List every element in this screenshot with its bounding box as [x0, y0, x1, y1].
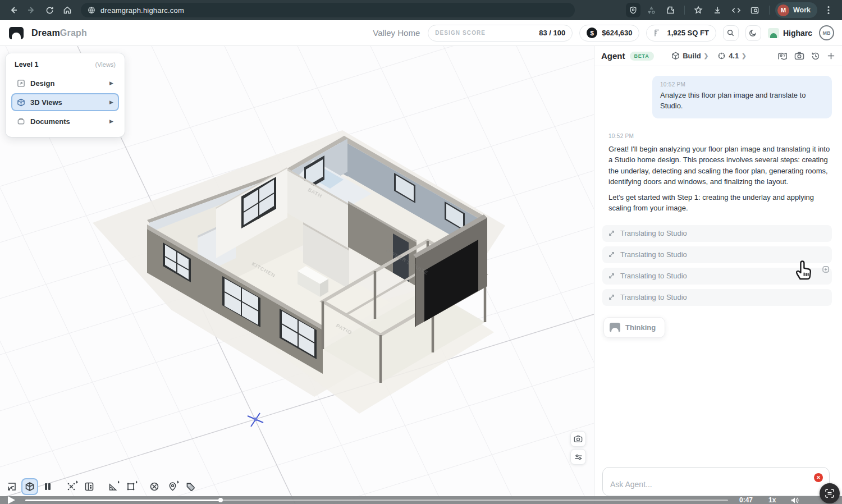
row-expand-icon[interactable]: [822, 265, 830, 273]
seek-progress: [25, 500, 221, 501]
sidebar-item-3d-views[interactable]: 3D Views ▶: [11, 93, 119, 111]
translate-icon: [608, 272, 615, 280]
dreamgraph-logo-icon: [9, 27, 24, 39]
tag-tool[interactable]: [182, 478, 199, 495]
plan-view-tool[interactable]: [3, 478, 20, 495]
extension-dim-icon[interactable]: [644, 2, 660, 18]
translate-icon: [608, 251, 615, 258]
browser-chrome: dreamgraph.higharc.com M Work: [0, 0, 842, 20]
devtools-code-icon[interactable]: [729, 2, 744, 18]
url-bar[interactable]: dreamgraph.higharc.com: [81, 3, 575, 17]
app-title-bold: Dream: [31, 28, 60, 38]
price-pill[interactable]: $ $624,630: [579, 25, 639, 42]
ask-agent-input[interactable]: [603, 468, 829, 496]
forward-icon[interactable]: [24, 2, 39, 18]
history-icon[interactable]: [811, 52, 820, 61]
agent-title: Agent: [601, 51, 625, 61]
user-avatar[interactable]: MB: [819, 25, 834, 40]
layout-tool[interactable]: [81, 478, 98, 495]
profile-name: Work: [793, 6, 811, 14]
build-selector[interactable]: Build ❯: [671, 52, 708, 60]
agent-header: Agent BETA Build ❯ 4.1 ❯: [594, 46, 842, 66]
thinking-status: Thinking: [603, 317, 665, 338]
downloads-icon[interactable]: [710, 2, 725, 18]
agent-message-paragraph: Let's get started with Step 1: creating …: [608, 192, 831, 214]
new-chat-plus-icon[interactable]: [827, 52, 835, 60]
volume-icon[interactable]: [790, 497, 799, 504]
seek-knob[interactable]: [218, 498, 223, 502]
levels-panel: Level 1 (Views) Design ▶ 3D Views ▶ Docu…: [6, 53, 125, 137]
tool-call-row[interactable]: Translating to Studio: [602, 289, 832, 306]
rectangle-tool[interactable]: [122, 478, 139, 495]
scan-overlay-button[interactable]: [820, 483, 840, 503]
extension-shield-icon[interactable]: [626, 3, 640, 17]
design-score-pill[interactable]: DESIGN SCORE 83 / 100: [428, 25, 573, 42]
sidebar-item-documents[interactable]: Documents ▶: [11, 112, 119, 130]
sidebar-item-design[interactable]: Design ▶: [11, 74, 119, 92]
profile-chip[interactable]: M Work: [775, 2, 817, 18]
search-icon[interactable]: [723, 25, 739, 41]
play-icon[interactable]: [8, 496, 15, 504]
axis-gizmo-icon: [248, 413, 263, 427]
user-message: 10:52 PM Analyze this floor plan image a…: [652, 76, 832, 118]
user-message-text: Analyze this floor plan image and transl…: [660, 90, 824, 112]
sidebar-item-label: Documents: [30, 117, 104, 126]
sidebar-item-label: Design: [30, 79, 104, 88]
tool-call-row[interactable]: Translating to Studio: [602, 225, 832, 242]
ask-agent-box: ✕: [602, 467, 830, 496]
higharc-logo-icon: [768, 28, 779, 38]
view-settings-button[interactable]: [570, 449, 586, 465]
chrome-separator: [684, 6, 685, 15]
cube-icon: [17, 98, 25, 107]
seek-bar[interactable]: [25, 500, 728, 501]
home-icon[interactable]: [60, 2, 75, 18]
tab-search-icon[interactable]: [748, 2, 763, 18]
chevron-right-icon: ▶: [109, 99, 113, 105]
version-selector[interactable]: 4.1 ❯: [717, 52, 746, 60]
record-indicator-icon[interactable]: ✕: [814, 473, 823, 482]
url-text: dreamgraph.higharc.com: [100, 6, 184, 15]
thinking-label: Thinking: [625, 323, 656, 332]
chevron-right-icon: ❯: [704, 53, 708, 59]
angle-measure-tool[interactable]: [104, 478, 121, 495]
3d-view-tool[interactable]: [21, 478, 38, 495]
screenshot-camera-button[interactable]: [570, 431, 586, 447]
level-title: Level 1: [15, 61, 38, 68]
documents-icon: [17, 117, 25, 126]
location-pin-tool[interactable]: [164, 478, 181, 495]
agent-message: 10:52 PM Great! I'll begin analyzing you…: [608, 133, 831, 214]
org-name: Higharc: [783, 29, 812, 38]
app-title-light: Graph: [60, 28, 87, 38]
playback-time: 0:47: [739, 496, 753, 504]
tool-call-label: Translating to Studio: [620, 229, 687, 237]
transform-tool[interactable]: [63, 478, 80, 495]
design-score-label: DESIGN SCORE: [435, 30, 486, 36]
journey-map-icon[interactable]: [777, 52, 788, 61]
moon-icon[interactable]: [745, 25, 761, 41]
playback-speed[interactable]: 1x: [768, 496, 776, 504]
back-icon[interactable]: [6, 2, 21, 18]
disable-snap-tool[interactable]: [146, 478, 163, 495]
site-globe-icon: [88, 6, 95, 14]
3d-viewport[interactable]: BATH KITCHEN OWNER'S SUITE PATIO Level 1…: [0, 46, 594, 504]
chevron-right-icon: ▶: [109, 80, 113, 86]
price-value: $624,630: [602, 29, 632, 37]
area-pill[interactable]: 1,925 SQ FT: [646, 25, 716, 42]
translate-icon: [608, 294, 615, 301]
refresh-icon[interactable]: [42, 2, 57, 18]
chrome-menu-icon[interactable]: [821, 2, 836, 18]
chevron-right-icon: ❯: [742, 53, 746, 59]
org-switcher[interactable]: Higharc: [768, 28, 812, 38]
extensions-puzzle-icon[interactable]: [663, 2, 679, 18]
agent-message-paragraph: Great! I'll begin analyzing your floor p…: [608, 144, 831, 187]
bookmark-star-icon[interactable]: [690, 2, 706, 18]
version-label: 4.1: [729, 52, 739, 60]
camera-icon[interactable]: [794, 52, 804, 60]
tool-call-label: Translating to Studio: [620, 272, 687, 280]
sidebar-item-label: 3D Views: [30, 98, 104, 107]
section-tool[interactable]: [39, 478, 56, 495]
build-label: Build: [683, 52, 701, 60]
chrome-separator: [769, 6, 770, 15]
video-player-bar[interactable]: 0:47 1x: [0, 496, 842, 504]
hand-cursor-icon: [793, 257, 813, 281]
